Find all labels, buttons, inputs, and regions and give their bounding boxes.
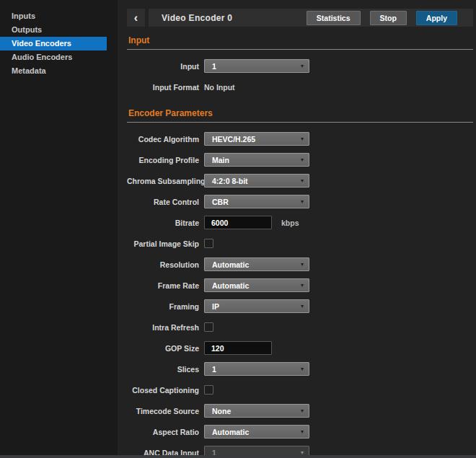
field-gop-size: GOP Size <box>127 341 473 355</box>
resolution-dropdown[interactable]: Automatic ▾ <box>204 257 309 271</box>
field-rate-control: Rate Control CBR ▾ <box>127 195 473 208</box>
codec-algorithm-dropdown[interactable]: HEVC/H.265 ▾ <box>204 132 309 146</box>
header-buttons: Statistics Stop Apply <box>307 11 457 25</box>
section-divider <box>127 49 473 50</box>
input-label: Input <box>127 62 199 71</box>
chevron-down-icon: ▾ <box>301 283 304 289</box>
section-divider <box>127 122 473 123</box>
field-timecode-source: Timecode Source None ▾ <box>127 404 473 418</box>
main-panel: ‹ Video Encoder 0 Statistics Stop Apply … <box>118 0 476 458</box>
dropdown-value: Main <box>212 156 229 164</box>
encoder-section-title: Encoder Parameters <box>128 108 473 118</box>
sidebar-item-audio-encoders[interactable]: Audio Encoders <box>0 50 107 64</box>
encoding-profile-label: Encoding Profile <box>127 156 199 164</box>
chroma-subsampling-label: Chroma Subsampling <box>127 177 199 185</box>
chroma-subsampling-dropdown[interactable]: 4:2:0 8-bit ▾ <box>204 174 309 188</box>
field-closed-captioning: Closed Captioning <box>127 383 473 397</box>
slices-label: Slices <box>127 365 199 374</box>
dropdown-value: IP <box>212 302 219 311</box>
dropdown-value: 1 <box>212 62 216 71</box>
bitrate-input[interactable] <box>204 216 272 229</box>
closed-captioning-label: Closed Captioning <box>127 386 199 395</box>
aspect-ratio-label: Aspect Ratio <box>127 428 199 436</box>
chevron-left-icon: ‹ <box>134 12 138 24</box>
encoding-profile-dropdown[interactable]: Main ▾ <box>204 153 309 167</box>
timecode-source-label: Timecode Source <box>127 407 199 415</box>
closed-captioning-checkbox[interactable] <box>204 385 213 395</box>
field-resolution: Resolution Automatic ▾ <box>127 257 473 271</box>
resolution-label: Resolution <box>127 260 199 269</box>
title-bar: Video Encoder 0 Statistics Stop Apply <box>149 9 473 27</box>
field-slices: Slices 1 ▾ <box>127 362 473 376</box>
dropdown-value: 1 <box>212 365 216 374</box>
chevron-down-icon: ▾ <box>301 199 304 205</box>
bottom-edge-divider <box>0 455 476 458</box>
bitrate-unit: kbps <box>281 219 299 227</box>
dropdown-value: Automatic <box>212 260 249 269</box>
field-chroma-subsampling: Chroma Subsampling 4:2:0 8-bit ▾ <box>127 174 473 188</box>
codec-algorithm-label: Codec Algorithm <box>127 135 199 144</box>
field-encoding-profile: Encoding Profile Main ▾ <box>127 153 473 167</box>
back-button[interactable]: ‹ <box>127 9 145 27</box>
field-intra-refresh: Intra Refresh <box>127 320 473 334</box>
field-codec-algorithm: Codec Algorithm HEVC/H.265 ▾ <box>127 132 473 146</box>
framing-dropdown[interactable]: IP ▾ <box>204 299 309 313</box>
chevron-down-icon: ▾ <box>301 136 304 142</box>
field-partial-image-skip: Partial Image Skip <box>127 237 473 250</box>
sidebar-item-outputs[interactable]: Outputs <box>0 23 107 37</box>
rate-control-dropdown[interactable]: CBR ▾ <box>204 195 309 208</box>
input-format-label: Input Format <box>127 83 199 92</box>
bitrate-label: Bitrate <box>127 219 199 227</box>
input-section-title: Input <box>128 35 473 45</box>
input-dropdown[interactable]: 1 ▾ <box>204 59 309 73</box>
input-format-value: No Input <box>204 83 235 92</box>
field-framing: Framing IP ▾ <box>127 299 473 313</box>
intra-refresh-checkbox[interactable] <box>204 322 213 332</box>
field-frame-rate: Frame Rate Automatic ▾ <box>127 278 473 292</box>
dropdown-value: Automatic <box>212 281 249 290</box>
page-title: Video Encoder 0 <box>162 13 232 23</box>
stop-button[interactable]: Stop <box>370 11 407 25</box>
apply-button[interactable]: Apply <box>416 11 457 25</box>
timecode-source-dropdown[interactable]: None ▾ <box>204 404 309 418</box>
chevron-down-icon: ▾ <box>301 408 304 414</box>
chevron-down-icon: ▾ <box>301 178 304 184</box>
rate-control-label: Rate Control <box>127 198 199 206</box>
aspect-ratio-dropdown[interactable]: Automatic ▾ <box>204 425 309 439</box>
dropdown-value: None <box>212 407 231 415</box>
sidebar: Inputs Outputs Video Encoders Audio Enco… <box>0 0 118 458</box>
chevron-down-icon: ▾ <box>301 429 304 435</box>
chevron-down-icon: ▾ <box>301 157 304 163</box>
statistics-button[interactable]: Statistics <box>307 11 361 25</box>
chevron-down-icon: ▾ <box>301 304 304 309</box>
field-bitrate: Bitrate kbps <box>127 216 473 229</box>
gop-size-label: GOP Size <box>127 344 199 353</box>
chevron-down-icon: ▾ <box>301 366 304 372</box>
field-aspect-ratio: Aspect Ratio Automatic ▾ <box>127 425 473 439</box>
field-input-format: Input Format No Input <box>127 80 473 94</box>
chevron-down-icon: ▾ <box>301 262 304 268</box>
intra-refresh-label: Intra Refresh <box>127 323 199 332</box>
header: ‹ Video Encoder 0 Statistics Stop Apply <box>127 9 473 27</box>
sidebar-item-inputs[interactable]: Inputs <box>0 9 107 23</box>
dropdown-value: CBR <box>212 198 229 206</box>
frame-rate-label: Frame Rate <box>127 281 199 290</box>
sidebar-item-metadata[interactable]: Metadata <box>0 64 107 78</box>
dropdown-value: HEVC/H.265 <box>212 135 255 144</box>
field-input: Input 1 ▾ <box>127 59 473 73</box>
sidebar-item-video-encoders[interactable]: Video Encoders <box>0 37 107 50</box>
partial-image-skip-checkbox[interactable] <box>204 239 213 248</box>
partial-image-skip-label: Partial Image Skip <box>127 239 199 248</box>
dropdown-value: 4:2:0 8-bit <box>212 177 248 185</box>
framing-label: Framing <box>127 302 199 311</box>
dropdown-value: Automatic <box>212 428 249 436</box>
slices-dropdown[interactable]: 1 ▾ <box>204 362 309 376</box>
chevron-down-icon: ▾ <box>301 63 304 69</box>
gop-size-input[interactable] <box>204 341 272 355</box>
frame-rate-dropdown[interactable]: Automatic ▾ <box>204 278 309 292</box>
